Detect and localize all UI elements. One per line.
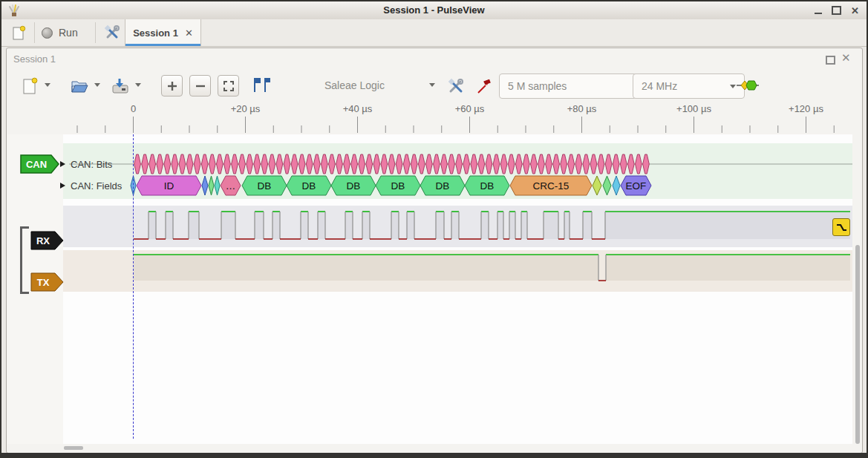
horizontal-scrollbar-handle[interactable]: [64, 446, 83, 450]
open-folder-icon: [70, 77, 89, 95]
chevron-down-icon: [94, 83, 100, 87]
open-file-dropdown[interactable]: [94, 83, 100, 87]
channel-tag-tx[interactable]: TX: [30, 272, 65, 292]
device-config-button[interactable]: [446, 76, 466, 96]
device-select-value[interactable]: Saleae Logic: [324, 79, 385, 91]
zoom-fit-icon: [223, 80, 235, 92]
zoom-out-icon: [195, 80, 206, 92]
channel-tag-rx[interactable]: RX: [30, 231, 65, 250]
trigger-marker-falling-edge[interactable]: [832, 218, 850, 236]
decoder-row-background: [63, 143, 852, 199]
titlebar[interactable]: Session 1 - PulseView ✕: [1, 1, 867, 20]
add-decoder-button[interactable]: [737, 79, 759, 92]
device-select-dropdown[interactable]: [429, 83, 435, 87]
time-cursor[interactable]: [133, 134, 134, 439]
chevron-down-icon: [135, 83, 141, 87]
zoom-in-button[interactable]: [161, 75, 183, 96]
channels-probe-button[interactable]: [474, 76, 495, 96]
tab-session-1[interactable]: Session 1 ✕: [125, 19, 201, 46]
subwindow-title: Session 1: [13, 53, 56, 65]
run-label: Run: [59, 27, 78, 39]
chevron-down-icon: [45, 83, 50, 87]
save-file-button[interactable]: [110, 76, 131, 96]
run-button[interactable]: Run: [42, 22, 78, 43]
row-label-can-fields: CAN: Fields: [71, 180, 122, 192]
channel-tag-rx-label: RX: [36, 235, 50, 246]
zoom-fit-button[interactable]: [218, 75, 239, 96]
sample-rate-value: 24 MHz: [642, 80, 677, 92]
channel-group-bracket: [20, 226, 29, 294]
new-file-button[interactable]: [19, 76, 40, 96]
subwindow-close-icon[interactable]: ✕: [841, 52, 851, 63]
wrench-screwdriver-icon: [104, 24, 120, 41]
zoom-out-button[interactable]: [189, 75, 211, 96]
sample-count-value: 5 M samples: [508, 80, 567, 92]
new-session-icon: [10, 24, 27, 41]
add-decoder-icon: [737, 79, 759, 92]
subwindow-restore-icon[interactable]: [826, 56, 835, 65]
open-file-button[interactable]: [69, 76, 90, 96]
chevron-down-icon: [730, 85, 736, 88]
settings-button[interactable]: [102, 23, 122, 42]
new-file-dropdown[interactable]: [45, 83, 50, 87]
trigger-flags-button[interactable]: [251, 76, 270, 94]
expand-arrow-can-fields[interactable]: [60, 183, 65, 189]
window-title: Session 1 - PulseView: [1, 4, 867, 16]
run-state-icon: [42, 27, 53, 39]
save-icon: [111, 77, 130, 95]
window-frame-bottom: [1, 453, 867, 457]
wrench-screwdriver-icon: [447, 77, 465, 95]
zoom-in-icon: [166, 80, 178, 92]
close-icon[interactable]: ✕: [851, 6, 859, 16]
new-session-button[interactable]: [9, 23, 28, 42]
trigger-flags-icon: [251, 76, 270, 94]
decoder-tag-label: CAN: [26, 159, 47, 170]
channel-tag-tx-label: TX: [37, 277, 50, 288]
main-toolbar: Run Session 1 ✕: [1, 19, 867, 47]
chevron-down-icon: [429, 83, 435, 87]
rx-row-background: [63, 206, 852, 247]
minimize-icon[interactable]: [815, 7, 822, 14]
timeline-ruler[interactable]: [7, 101, 852, 134]
toolbar-separator: [34, 22, 35, 43]
new-file-icon: [21, 77, 39, 95]
tab-label: Session 1: [133, 27, 178, 39]
row-label-can-bits: CAN: Bits: [71, 159, 112, 170]
vertical-scrollbar-handle[interactable]: [855, 245, 860, 444]
falling-edge-icon: [835, 220, 848, 234]
toolbar-separator: [95, 22, 96, 43]
tab-close-icon[interactable]: ✕: [185, 27, 193, 39]
save-file-dropdown[interactable]: [135, 83, 141, 87]
sample-count-select[interactable]: 5 M samples: [499, 73, 647, 99]
tx-row-background: [63, 250, 852, 292]
pulseview-window: Session 1 - PulseView ✕ Run: [0, 0, 868, 458]
expand-arrow-can-bits[interactable]: [60, 161, 65, 167]
decoder-tag-can[interactable]: CAN: [20, 154, 60, 174]
sample-rate-select[interactable]: 24 MHz: [633, 73, 745, 99]
maximize-icon[interactable]: [832, 6, 841, 15]
probe-icon: [475, 77, 493, 95]
